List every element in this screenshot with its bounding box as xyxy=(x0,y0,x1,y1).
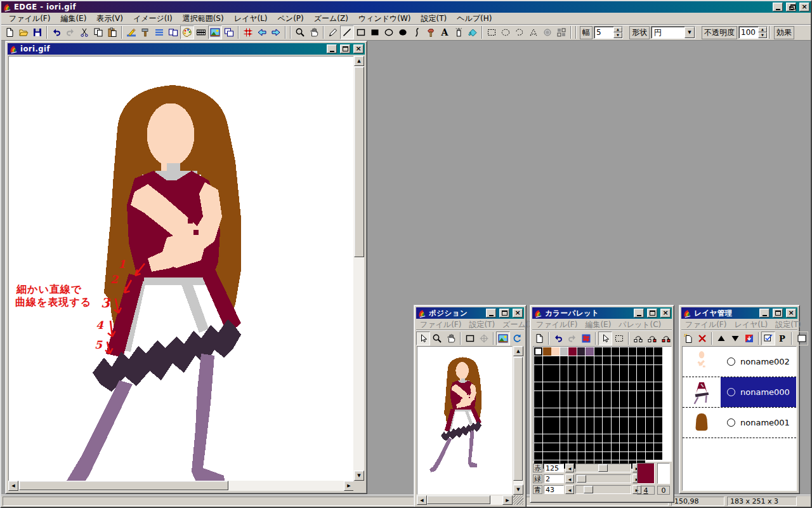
menu-item-0[interactable]: ファイル(F) xyxy=(532,319,581,331)
secondary-color-swatch[interactable] xyxy=(657,463,670,484)
palette-cell[interactable] xyxy=(612,347,620,356)
palette-cell[interactable] xyxy=(586,365,594,373)
palette-cell[interactable] xyxy=(646,417,654,425)
palette-cell[interactable] xyxy=(543,391,551,399)
palette-cell[interactable] xyxy=(646,382,654,391)
palette-cell[interactable] xyxy=(620,356,628,364)
palette-cell[interactable] xyxy=(560,356,568,364)
position-close-button[interactable]: × xyxy=(513,309,523,318)
palette-cell[interactable] xyxy=(637,356,645,364)
chevron-down-icon[interactable]: ▼ xyxy=(684,27,695,38)
palette-cell[interactable] xyxy=(603,425,611,434)
palette-cell[interactable] xyxy=(629,365,637,373)
palette-cell[interactable] xyxy=(586,425,594,434)
palette-cell[interactable] xyxy=(620,382,628,391)
palette-cell[interactable] xyxy=(612,443,620,451)
pen-icon-button[interactable] xyxy=(326,25,340,39)
palette-cell[interactable] xyxy=(654,443,662,451)
palette-cell[interactable] xyxy=(577,399,586,408)
menu-item-10[interactable]: ヘルプ(H) xyxy=(452,12,497,25)
opacity-input[interactable]: 100 ▲▼ xyxy=(738,26,768,39)
palette-cell[interactable] xyxy=(543,425,551,434)
palette-cell[interactable] xyxy=(577,373,586,382)
menu-item-1[interactable]: 設定(T) xyxy=(465,319,499,331)
palette-cell[interactable] xyxy=(612,356,620,364)
position-horizontal-scrollbar[interactable]: ◀ ▶ xyxy=(417,495,513,505)
palette-cell[interactable] xyxy=(594,347,603,356)
hammer-red-icon-button[interactable] xyxy=(424,25,438,39)
palette-cell[interactable] xyxy=(551,408,560,417)
layer-row-noname000[interactable]: noname000 xyxy=(683,377,796,408)
layer-radio[interactable] xyxy=(727,418,735,427)
palette-cell[interactable] xyxy=(586,452,594,460)
menu-item-2[interactable]: パレット(C) xyxy=(615,319,665,331)
palette-cell[interactable] xyxy=(586,408,594,417)
cursor-icon-button[interactable] xyxy=(416,331,430,345)
palette-cell[interactable] xyxy=(637,452,645,460)
arrow-right-icon-button[interactable] xyxy=(269,25,283,39)
bucket-icon-button[interactable] xyxy=(466,25,480,39)
palette-cell[interactable] xyxy=(568,452,577,460)
image-view-icon-button[interactable] xyxy=(496,331,510,345)
palette-cell[interactable] xyxy=(603,434,611,443)
scroll-right-icon[interactable]: ▶ xyxy=(502,495,513,505)
canvas-horizontal-scrollbar[interactable]: ◀ ▶ xyxy=(8,481,354,491)
palette-cell[interactable] xyxy=(646,399,654,408)
layer-window-titlebar[interactable]: レイヤ管理 × xyxy=(681,307,797,319)
undo-icon-button[interactable] xyxy=(49,25,63,39)
palette-cell[interactable] xyxy=(603,417,611,425)
palette-cell[interactable] xyxy=(612,373,620,382)
palette-cell[interactable] xyxy=(586,391,594,399)
palette-cell[interactable] xyxy=(543,373,551,382)
palette-cell[interactable] xyxy=(560,365,568,373)
palette-cell[interactable] xyxy=(577,443,586,451)
palette-cell[interactable] xyxy=(629,391,637,399)
palette-cell[interactable] xyxy=(629,356,637,364)
palette-cell[interactable] xyxy=(560,391,568,399)
palette-cell[interactable] xyxy=(603,382,611,391)
position-vertical-scrollbar[interactable]: ▲ ▼ xyxy=(513,346,523,495)
palette-cell[interactable] xyxy=(560,443,568,451)
blue-value[interactable]: 43 xyxy=(544,485,564,494)
tri-up-icon-button[interactable] xyxy=(714,331,728,345)
palette-cell[interactable] xyxy=(586,373,594,382)
palette-cell[interactable] xyxy=(560,417,568,425)
palette-cell[interactable] xyxy=(603,356,611,364)
close-button[interactable]: × xyxy=(799,3,809,11)
menu-item-7[interactable]: ズーム(Z) xyxy=(309,12,353,25)
horizontal-scroll-thumb[interactable] xyxy=(427,495,490,504)
palette-cell[interactable] xyxy=(620,434,628,443)
layer-pen-icon-button[interactable] xyxy=(761,331,775,345)
palette-cell[interactable] xyxy=(560,382,568,391)
palette-cell[interactable] xyxy=(603,408,611,417)
palette-cell[interactable] xyxy=(586,417,594,425)
sel-ellipse-icon-button[interactable] xyxy=(499,25,513,39)
restore-button[interactable] xyxy=(786,3,796,11)
palette-cell[interactable] xyxy=(577,452,586,460)
palette-cell[interactable] xyxy=(568,434,577,443)
palette-cell[interactable] xyxy=(594,425,603,434)
new-doc-icon-button[interactable] xyxy=(3,25,16,39)
palette-cell[interactable] xyxy=(629,408,637,417)
palette-cell[interactable] xyxy=(534,443,542,451)
palette-minimize-button[interactable] xyxy=(634,309,644,318)
palette-cell[interactable] xyxy=(586,356,594,364)
palette-cell[interactable] xyxy=(620,347,628,356)
grid-red-icon-button[interactable] xyxy=(241,25,255,39)
palette-cell[interactable] xyxy=(594,452,603,460)
palette-cell[interactable] xyxy=(637,408,645,417)
menu-item-6[interactable]: ペン(P) xyxy=(273,12,309,25)
text-a-icon-button[interactable]: A xyxy=(438,25,452,39)
palette-cell[interactable] xyxy=(654,452,662,460)
ellipse-f-icon-button[interactable] xyxy=(396,25,410,39)
opacity-spinner[interactable]: ▲▼ xyxy=(758,27,767,38)
palette-cell[interactable] xyxy=(620,452,628,460)
palette-cell[interactable] xyxy=(629,382,637,391)
scroll-right-icon[interactable]: ▶ xyxy=(344,481,354,491)
palette-cell[interactable] xyxy=(568,408,577,417)
palette-cell[interactable] xyxy=(637,373,645,382)
canvas[interactable]: 細かい直線で 曲線を表現する 1 2 3 4 5 xyxy=(8,56,355,483)
red-slider-thumb[interactable] xyxy=(598,464,608,472)
palette-cell[interactable] xyxy=(534,434,542,443)
scroll-down-icon[interactable]: ▼ xyxy=(354,471,364,481)
